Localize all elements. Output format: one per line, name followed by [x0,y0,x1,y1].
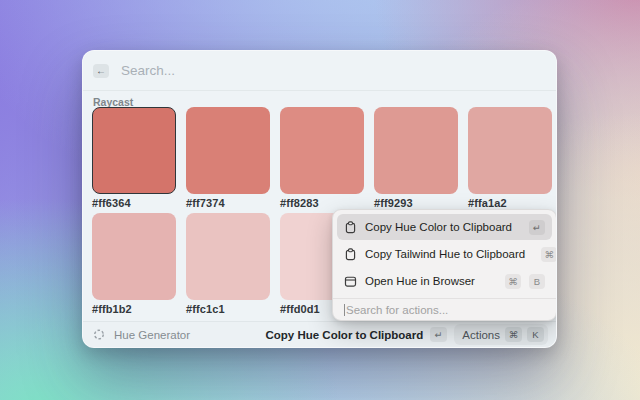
color-swatch[interactable] [186,213,270,300]
menu-item[interactable]: Copy Tailwind Hue to Clipboard⌘↵ [337,241,552,267]
search-header: ← Search... [83,51,556,91]
primary-action-button[interactable]: Copy Hue Color to Clipboard ↵ [265,327,447,342]
key-badge: ⌘ [505,274,521,289]
swatch-cell: #ff9293 [374,107,458,209]
swatch-hex-label: #ff8283 [280,197,364,209]
swatch-hex-label: #ff6364 [92,197,176,209]
key-badge: B [529,274,545,289]
swatch-cell: #ffa1a2 [468,107,552,209]
raycast-window: ← Search... Raycast #ff6364#ff7374#ff828… [82,50,557,348]
menu-item[interactable]: Open Hue in Browser⌘B [337,268,552,294]
desktop-background: ← Search... Raycast #ff6364#ff7374#ff828… [0,0,640,400]
k-key-icon: K [527,327,544,342]
back-button[interactable]: ← [93,64,109,78]
hue-ring-icon [93,329,105,341]
extension-info: Hue Generator [93,329,190,341]
swatch-hex-label: #ff7374 [186,197,270,209]
swatch-cell: #ff7374 [186,107,270,209]
color-swatch[interactable] [280,107,364,194]
actions-search-input[interactable]: Search for actions... [333,299,556,320]
color-swatch[interactable] [468,107,552,194]
swatch-cell: #ffb1b2 [92,213,176,315]
color-swatch[interactable] [186,107,270,194]
actions-menu-items: Copy Hue Color to Clipboard↵Copy Tailwin… [333,210,556,298]
color-swatch[interactable] [92,107,176,194]
menu-item-label: Copy Hue Color to Clipboard [365,221,512,233]
extension-name: Hue Generator [114,329,190,341]
actions-button-label: Actions [462,329,500,341]
color-swatch[interactable] [374,107,458,194]
status-bar-right: Copy Hue Color to Clipboard ↵ Actions ⌘ … [265,324,548,345]
swatch-hex-label: #ffa1a2 [468,197,552,209]
search-input[interactable]: Search... [121,63,175,78]
key-badge: ↵ [529,220,545,235]
actions-search-placeholder: Search for actions... [346,304,448,316]
primary-action-label: Copy Hue Color to Clipboard [265,329,423,341]
menu-item-label: Copy Tailwind Hue to Clipboard [365,248,525,260]
status-bar: Hue Generator Copy Hue Color to Clipboar… [83,321,556,347]
command-key-icon: ⌘ [505,327,522,342]
menu-item-label: Open Hue in Browser [365,275,475,287]
clipboard-icon [344,221,357,234]
browser-icon [344,275,357,288]
clipboard-icon [344,248,357,261]
return-key-icon: ↵ [430,327,447,342]
swatch-hex-label: #ffb1b2 [92,303,176,315]
menu-item[interactable]: Copy Hue Color to Clipboard↵ [337,214,552,240]
key-badge: ⌘ [541,247,557,262]
actions-button[interactable]: Actions ⌘ K [454,324,548,345]
swatch-hex-label: #ffc1c1 [186,303,270,315]
swatch-cell: #ffc1c1 [186,213,270,315]
swatch-hex-label: #ff9293 [374,197,458,209]
arrow-left-icon: ← [96,64,106,78]
color-swatch[interactable] [92,213,176,300]
actions-menu: Copy Hue Color to Clipboard↵Copy Tailwin… [332,209,557,321]
text-caret [344,304,345,316]
swatch-cell: #ff6364 [92,107,176,209]
swatch-cell: #ff8283 [280,107,364,209]
